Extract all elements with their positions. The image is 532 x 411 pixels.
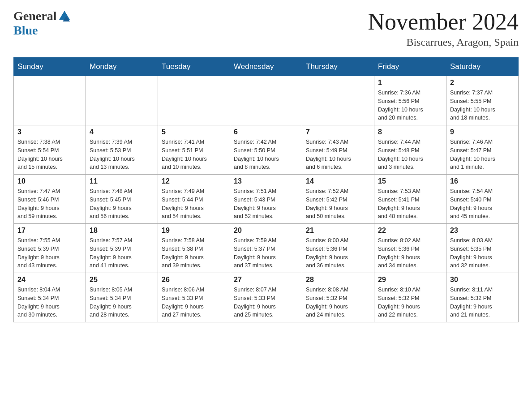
- calendar-cell: [230, 76, 302, 125]
- calendar-cell: 8Sunrise: 7:44 AM Sunset: 5:48 PM Daylig…: [374, 125, 446, 175]
- day-info: Sunrise: 7:52 AM Sunset: 5:42 PM Dayligh…: [306, 188, 348, 219]
- day-info: Sunrise: 7:46 AM Sunset: 5:47 PM Dayligh…: [450, 139, 495, 170]
- calendar-cell: 11Sunrise: 7:48 AM Sunset: 5:45 PM Dayli…: [86, 175, 158, 224]
- day-number: 4: [90, 128, 154, 136]
- title-block: November 2024 Biscarrues, Aragon, Spain: [368, 9, 519, 48]
- day-info: Sunrise: 8:11 AM Sunset: 5:32 PM Dayligh…: [450, 287, 493, 318]
- calendar-cell: 24Sunrise: 8:04 AM Sunset: 5:34 PM Dayli…: [14, 273, 86, 322]
- header-day-monday: Monday: [86, 58, 158, 76]
- calendar-cell: [158, 76, 230, 125]
- day-number: 7: [306, 128, 370, 136]
- day-number: 19: [162, 227, 226, 235]
- day-info: Sunrise: 8:07 AM Sunset: 5:33 PM Dayligh…: [234, 287, 276, 318]
- day-info: Sunrise: 7:43 AM Sunset: 5:49 PM Dayligh…: [306, 139, 351, 170]
- day-info: Sunrise: 8:04 AM Sunset: 5:34 PM Dayligh…: [17, 287, 60, 318]
- calendar-cell: 15Sunrise: 7:53 AM Sunset: 5:41 PM Dayli…: [374, 175, 446, 224]
- day-info: Sunrise: 8:03 AM Sunset: 5:35 PM Dayligh…: [450, 237, 493, 269]
- day-number: 26: [162, 276, 226, 284]
- day-info: Sunrise: 7:42 AM Sunset: 5:50 PM Dayligh…: [234, 139, 279, 170]
- calendar-cell: 1Sunrise: 7:36 AM Sunset: 5:56 PM Daylig…: [374, 76, 446, 125]
- calendar-week-row: 1Sunrise: 7:36 AM Sunset: 5:56 PM Daylig…: [14, 76, 519, 125]
- day-info: Sunrise: 7:47 AM Sunset: 5:46 PM Dayligh…: [17, 188, 60, 219]
- day-info: Sunrise: 7:37 AM Sunset: 5:55 PM Dayligh…: [450, 90, 495, 121]
- day-info: Sunrise: 7:36 AM Sunset: 5:56 PM Dayligh…: [378, 90, 423, 121]
- day-info: Sunrise: 7:57 AM Sunset: 5:39 PM Dayligh…: [90, 237, 132, 269]
- calendar-cell: 12Sunrise: 7:49 AM Sunset: 5:44 PM Dayli…: [158, 175, 230, 224]
- day-info: Sunrise: 7:39 AM Sunset: 5:53 PM Dayligh…: [90, 139, 135, 170]
- header-day-wednesday: Wednesday: [230, 58, 302, 76]
- calendar-cell: 29Sunrise: 8:10 AM Sunset: 5:32 PM Dayli…: [374, 273, 446, 322]
- calendar-table: SundayMondayTuesdayWednesdayThursdayFrid…: [13, 57, 519, 322]
- location-title: Biscarrues, Aragon, Spain: [368, 36, 519, 48]
- day-info: Sunrise: 7:58 AM Sunset: 5:38 PM Dayligh…: [162, 237, 204, 269]
- calendar-cell: 27Sunrise: 8:07 AM Sunset: 5:33 PM Dayli…: [230, 273, 302, 322]
- day-info: Sunrise: 8:02 AM Sunset: 5:36 PM Dayligh…: [378, 237, 420, 269]
- day-info: Sunrise: 7:54 AM Sunset: 5:40 PM Dayligh…: [450, 188, 493, 219]
- calendar-cell: 16Sunrise: 7:54 AM Sunset: 5:40 PM Dayli…: [446, 175, 519, 224]
- month-title: November 2024: [368, 9, 519, 34]
- calendar-header-row: SundayMondayTuesdayWednesdayThursdayFrid…: [14, 58, 519, 76]
- calendar-cell: 30Sunrise: 8:11 AM Sunset: 5:32 PM Dayli…: [446, 273, 519, 322]
- day-info: Sunrise: 8:06 AM Sunset: 5:33 PM Dayligh…: [162, 287, 204, 318]
- calendar-cell: 26Sunrise: 8:06 AM Sunset: 5:33 PM Dayli…: [158, 273, 230, 322]
- header-day-saturday: Saturday: [446, 58, 519, 76]
- day-number: 30: [450, 276, 515, 284]
- calendar-cell: 18Sunrise: 7:57 AM Sunset: 5:39 PM Dayli…: [86, 224, 158, 273]
- svg-marker-0: [59, 11, 70, 20]
- calendar-cell: 28Sunrise: 8:08 AM Sunset: 5:32 PM Dayli…: [302, 273, 374, 322]
- day-info: Sunrise: 7:53 AM Sunset: 5:41 PM Dayligh…: [378, 188, 420, 219]
- day-number: 16: [450, 177, 515, 185]
- day-number: 6: [234, 128, 298, 136]
- day-info: Sunrise: 7:59 AM Sunset: 5:37 PM Dayligh…: [234, 237, 276, 269]
- day-number: 14: [306, 177, 370, 185]
- logo: General Blue: [13, 9, 73, 38]
- calendar-cell: 13Sunrise: 7:51 AM Sunset: 5:43 PM Dayli…: [230, 175, 302, 224]
- calendar-cell: 3Sunrise: 7:38 AM Sunset: 5:54 PM Daylig…: [14, 125, 86, 175]
- header-day-tuesday: Tuesday: [158, 58, 230, 76]
- calendar-cell: 7Sunrise: 7:43 AM Sunset: 5:49 PM Daylig…: [302, 125, 374, 175]
- day-number: 23: [450, 227, 515, 235]
- calendar-cell: [302, 76, 374, 125]
- calendar-cell: 6Sunrise: 7:42 AM Sunset: 5:50 PM Daylig…: [230, 125, 302, 175]
- calendar-week-row: 10Sunrise: 7:47 AM Sunset: 5:46 PM Dayli…: [14, 175, 519, 224]
- calendar-cell: 5Sunrise: 7:41 AM Sunset: 5:51 PM Daylig…: [158, 125, 230, 175]
- day-number: 2: [450, 79, 515, 87]
- page-header: General Blue November 2024 Biscarrues, A…: [13, 9, 519, 48]
- day-info: Sunrise: 8:05 AM Sunset: 5:34 PM Dayligh…: [90, 287, 132, 318]
- header-day-thursday: Thursday: [302, 58, 374, 76]
- calendar-week-row: 17Sunrise: 7:55 AM Sunset: 5:39 PM Dayli…: [14, 224, 519, 273]
- day-number: 28: [306, 276, 370, 284]
- day-number: 18: [90, 227, 154, 235]
- header-day-friday: Friday: [374, 58, 446, 76]
- day-info: Sunrise: 7:41 AM Sunset: 5:51 PM Dayligh…: [162, 139, 207, 170]
- day-number: 10: [17, 177, 82, 185]
- logo-blue-text: Blue: [13, 23, 73, 38]
- day-info: Sunrise: 7:38 AM Sunset: 5:54 PM Dayligh…: [17, 139, 63, 170]
- day-number: 21: [306, 227, 370, 235]
- day-number: 1: [378, 79, 442, 87]
- day-info: Sunrise: 8:00 AM Sunset: 5:36 PM Dayligh…: [306, 237, 348, 269]
- calendar-week-row: 24Sunrise: 8:04 AM Sunset: 5:34 PM Dayli…: [14, 273, 519, 322]
- day-number: 13: [234, 177, 298, 185]
- calendar-cell: 10Sunrise: 7:47 AM Sunset: 5:46 PM Dayli…: [14, 175, 86, 224]
- logo-icon: [57, 9, 72, 23]
- day-info: Sunrise: 7:48 AM Sunset: 5:45 PM Dayligh…: [90, 188, 132, 219]
- calendar-cell: 2Sunrise: 7:37 AM Sunset: 5:55 PM Daylig…: [446, 76, 519, 125]
- day-number: 11: [90, 177, 154, 185]
- day-number: 3: [17, 128, 82, 136]
- calendar-cell: 25Sunrise: 8:05 AM Sunset: 5:34 PM Dayli…: [86, 273, 158, 322]
- day-number: 8: [378, 128, 442, 136]
- calendar-cell: 19Sunrise: 7:58 AM Sunset: 5:38 PM Dayli…: [158, 224, 230, 273]
- calendar-cell: 22Sunrise: 8:02 AM Sunset: 5:36 PM Dayli…: [374, 224, 446, 273]
- calendar-cell: 23Sunrise: 8:03 AM Sunset: 5:35 PM Dayli…: [446, 224, 519, 273]
- day-number: 27: [234, 276, 298, 284]
- day-number: 25: [90, 276, 154, 284]
- day-info: Sunrise: 7:49 AM Sunset: 5:44 PM Dayligh…: [162, 188, 204, 219]
- calendar-cell: [14, 76, 86, 125]
- day-info: Sunrise: 8:10 AM Sunset: 5:32 PM Dayligh…: [378, 287, 420, 318]
- calendar-cell: 20Sunrise: 7:59 AM Sunset: 5:37 PM Dayli…: [230, 224, 302, 273]
- day-info: Sunrise: 7:44 AM Sunset: 5:48 PM Dayligh…: [378, 139, 423, 170]
- day-number: 22: [378, 227, 442, 235]
- day-number: 9: [450, 128, 515, 136]
- day-info: Sunrise: 7:51 AM Sunset: 5:43 PM Dayligh…: [234, 188, 276, 219]
